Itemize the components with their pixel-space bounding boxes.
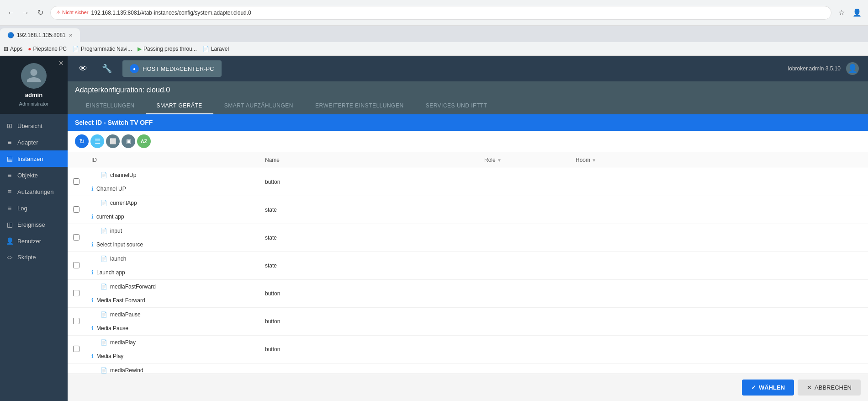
tab-favicon: 🔵 xyxy=(7,32,14,38)
profile-button[interactable]: 👤 xyxy=(851,6,863,19)
sidebar-item-aufzaehlungen[interactable]: ≡ Aufzählungen xyxy=(0,183,68,200)
collapse-button[interactable]: ⬜ xyxy=(106,134,120,148)
tab-close-icon[interactable]: ✕ xyxy=(69,32,73,38)
name-cell: ℹMedia Play xyxy=(86,349,259,363)
tab-smart-geraete[interactable]: SMART GERÄTE xyxy=(146,98,213,114)
row-checkbox[interactable] xyxy=(73,206,79,213)
info-icon: ℹ xyxy=(91,241,94,248)
user-avatar-button[interactable]: 👤 xyxy=(844,60,861,77)
room-cell xyxy=(479,336,570,364)
sidebar-item-benutzer[interactable]: 👤 Benutzer xyxy=(0,233,68,249)
bookmark-piepstone[interactable]: ● Piepstone PC xyxy=(28,46,67,52)
benutzer-label: Benutzer xyxy=(17,238,41,245)
log-icon: ≡ xyxy=(5,204,14,212)
name-header-label: Name xyxy=(265,157,280,163)
tab-services-ifttt[interactable]: SERVICES UND IFTTT xyxy=(415,98,498,114)
apps-label: Apps xyxy=(10,46,22,52)
role-col-header[interactable]: Role ▼ xyxy=(479,152,570,168)
room-cell xyxy=(479,224,570,252)
row-checkbox[interactable] xyxy=(73,262,79,268)
name-text: Media Play xyxy=(96,353,123,359)
table-row[interactable]: 📄mediaPauseℹMedia Pausebutton xyxy=(68,308,868,336)
table-row[interactable]: 📄mediaFastForwardℹMedia Fast Forwardbutt… xyxy=(68,280,868,308)
version-label: iobroker.admin 3.5.10 xyxy=(788,65,841,72)
address-bar[interactable]: ⚠ Nicht sicher 192.168.1.135:8081/#tab-i… xyxy=(50,6,831,20)
aufzaehlungen-icon: ≡ xyxy=(5,188,14,195)
confirm-button[interactable]: ✓ WÄHLEN xyxy=(742,380,794,396)
list-view-button[interactable]: ☰ xyxy=(90,134,104,148)
file-icon: 📄 xyxy=(101,256,107,262)
row-checkbox[interactable] xyxy=(73,346,79,352)
cancel-button[interactable]: ✕ ABBRECHEN xyxy=(798,380,861,396)
top-bar-left: 👁 🔧 ● HOST MEDIACENTER-PC xyxy=(75,60,222,77)
star-button[interactable]: ☆ xyxy=(835,6,848,19)
benutzer-icon: 👤 xyxy=(5,237,14,245)
browser-tab-active[interactable]: 🔵 192.168.1.135:8081 ✕ xyxy=(0,28,80,42)
objekte-label: Objekte xyxy=(17,172,38,179)
sidebar-item-objekte[interactable]: ≡ Objekte xyxy=(0,167,68,183)
room-cell xyxy=(479,168,570,196)
room-col-header[interactable]: Room ▼ xyxy=(570,152,868,168)
row-checkbox[interactable] xyxy=(73,318,79,324)
id-text: input xyxy=(110,228,122,234)
refresh-button[interactable]: ↻ xyxy=(75,134,89,148)
host-button[interactable]: ● HOST MEDIACENTER-PC xyxy=(122,60,222,77)
sort-button[interactable]: AZ xyxy=(137,134,151,148)
instanzen-icon: ▤ xyxy=(5,155,14,162)
name-text: Launch app xyxy=(96,269,125,276)
tabs-bar: 🔵 192.168.1.135:8081 ✕ xyxy=(0,26,868,42)
cancel-label: ABBRECHEN xyxy=(815,384,852,391)
table-row[interactable]: 📄inputℹSelect input sourcestate xyxy=(68,224,868,252)
info-icon: ℹ xyxy=(91,214,94,220)
id-cell: 📄mediaPause xyxy=(86,308,259,321)
role-cell: state xyxy=(259,252,479,280)
skripte-label: Skripte xyxy=(17,254,36,261)
dialog-title-bar: Select ID - Switch TV OFF xyxy=(68,114,868,131)
bookmark-passing[interactable]: ▶ Passing props throu... xyxy=(138,46,197,52)
tab-erweiterte-einstellungen[interactable]: ERWEITERTE EINSTELLUNGEN xyxy=(304,98,415,114)
eye-icon: 👁 xyxy=(79,64,87,74)
table-row[interactable]: 📄channelUpℹChannel UPbutton xyxy=(68,168,868,196)
uebersicht-icon: ⊞ xyxy=(5,122,14,129)
sidebar-item-ereignisse[interactable]: ◫ Ereignisse xyxy=(0,216,68,233)
name-text: current app xyxy=(96,214,124,220)
room-cell xyxy=(479,308,570,336)
bookmark-apps[interactable]: ⊞ Apps xyxy=(4,46,22,52)
wrench-icon: 🔧 xyxy=(102,64,112,74)
row-checkbox[interactable] xyxy=(73,234,79,241)
bookmark-bar: ⊞ Apps ● Piepstone PC 📄 Programmatic Nav… xyxy=(0,42,868,56)
sidebar-item-adapter[interactable]: ≡ Adapter xyxy=(0,134,68,150)
table-row[interactable]: 📄mediaPlayℹMedia Playbutton xyxy=(68,336,868,364)
sidebar-item-instanzen[interactable]: ▤ Instanzen xyxy=(0,150,68,167)
tab-einstellungen[interactable]: EINSTELLUNGEN xyxy=(75,98,146,114)
sidebar-item-uebersicht[interactable]: ⊞ Übersicht xyxy=(0,118,68,134)
name-text: Media Fast Forward xyxy=(96,297,145,304)
row-checkbox[interactable] xyxy=(73,290,79,296)
forward-button[interactable]: → xyxy=(19,6,32,19)
table-row[interactable]: 📄launchℹLaunch appstate xyxy=(68,252,868,280)
host-indicator-icon: ● xyxy=(130,64,139,73)
id-col-header[interactable]: ID xyxy=(86,152,259,168)
expand-button[interactable]: ▣ xyxy=(122,134,135,148)
sidebar-item-log[interactable]: ≡ Log xyxy=(0,200,68,216)
settings-button[interactable]: 🔧 xyxy=(99,60,115,77)
table-row[interactable]: 📄mediaRewindℹMedia Rewindbutton xyxy=(68,364,868,374)
id-text: mediaRewind xyxy=(110,367,143,374)
info-icon: ℹ xyxy=(91,269,94,276)
bookmark-laravel[interactable]: 📄 Laravel xyxy=(202,46,229,52)
role-header-label: Role ▼ xyxy=(484,157,502,163)
sidebar-close-button[interactable]: ✕ xyxy=(58,59,64,67)
table-row[interactable]: 📄currentAppℹcurrent appstate xyxy=(68,196,868,224)
back-button[interactable]: ← xyxy=(5,6,17,19)
name-col-header[interactable]: Name xyxy=(259,152,479,168)
reload-button[interactable]: ↻ xyxy=(34,6,47,19)
row-checkbox[interactable] xyxy=(73,178,79,185)
eye-button[interactable]: 👁 xyxy=(75,60,91,77)
id-text: currentApp xyxy=(110,200,137,206)
sidebar-item-skripte[interactable]: <> Skripte xyxy=(0,249,68,265)
security-warning: ⚠ Nicht sicher xyxy=(56,10,89,16)
id-text: mediaPlay xyxy=(110,339,136,346)
bookmark-programmatic[interactable]: 📄 Programmatic Navi... xyxy=(72,46,132,52)
user-circle-icon: 👤 xyxy=(846,62,859,75)
tab-smart-aufzaehlungen[interactable]: SMART AUFZÄHLUNGEN xyxy=(213,98,304,114)
